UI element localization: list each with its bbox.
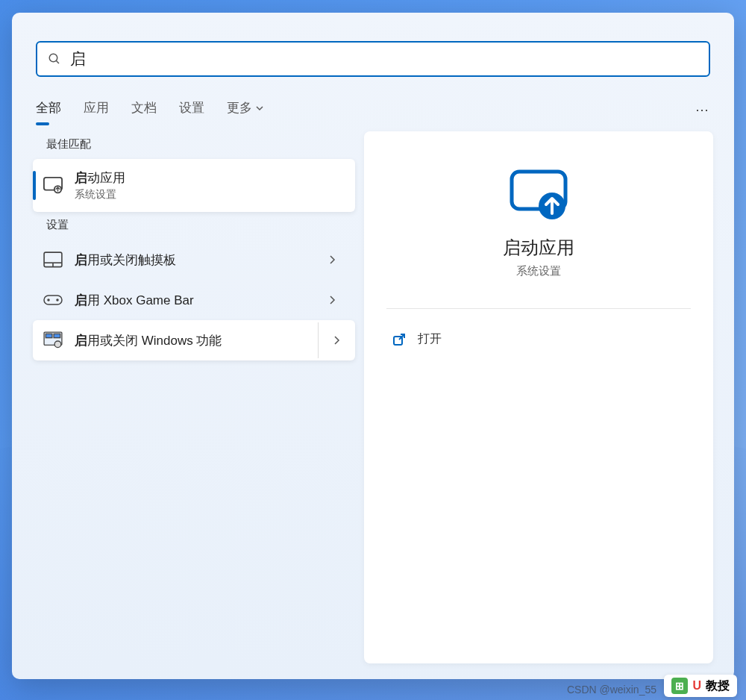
result-startup-apps[interactable]: 启动应用 系统设置 xyxy=(33,159,355,212)
chevron-down-icon xyxy=(255,104,264,113)
logo-badge: ⊞ U教授 xyxy=(664,675,737,697)
svg-point-8 xyxy=(48,299,49,301)
svg-line-1 xyxy=(56,60,59,63)
open-action[interactable]: 打开 xyxy=(386,324,691,354)
search-icon xyxy=(48,52,61,66)
results-panel: 最佳匹配 启动应用 系统设置 设置 xyxy=(33,131,355,663)
search-bar-container xyxy=(12,13,734,90)
settings-label: 设置 xyxy=(33,212,355,240)
tab-settings[interactable]: 设置 xyxy=(179,95,204,124)
tab-more[interactable]: 更多 xyxy=(227,95,264,124)
preview-subtitle: 系统设置 xyxy=(386,264,691,278)
logo-square-icon: ⊞ xyxy=(671,678,688,694)
preview-title: 启动应用 xyxy=(386,236,691,260)
tab-documents[interactable]: 文档 xyxy=(131,95,157,124)
open-label: 打开 xyxy=(418,331,442,347)
search-box[interactable] xyxy=(36,41,710,77)
svg-point-9 xyxy=(57,299,58,301)
svg-rect-12 xyxy=(54,334,60,337)
gamebar-icon xyxy=(43,290,63,310)
search-window: 全部 应用 文档 设置 更多 ⋯ 最佳匹配 启动应用 xyxy=(12,13,734,679)
chevron-right-icon[interactable] xyxy=(318,322,355,358)
tab-all[interactable]: 全部 xyxy=(36,95,61,124)
more-options-icon[interactable]: ⋯ xyxy=(695,101,710,118)
best-match-label: 最佳匹配 xyxy=(33,131,355,159)
result-title: 启用 Xbox Game Bar xyxy=(75,292,312,309)
preview-app-icon xyxy=(386,169,691,221)
result-title: 启动应用 xyxy=(75,169,342,187)
preview-panel: 启动应用 系统设置 打开 xyxy=(364,131,713,663)
result-touchpad[interactable]: 启用或关闭触摸板 xyxy=(33,240,355,280)
result-xbox-gamebar[interactable]: 启用 Xbox Game Bar xyxy=(33,280,355,320)
tab-apps[interactable]: 应用 xyxy=(84,95,109,124)
divider xyxy=(386,308,691,309)
result-title: 启用或关闭触摸板 xyxy=(75,251,312,269)
svg-rect-7 xyxy=(44,296,62,304)
svg-rect-11 xyxy=(46,334,52,337)
chevron-right-icon xyxy=(324,295,342,305)
open-external-icon xyxy=(392,333,406,346)
filter-tabs: 全部 应用 文档 设置 更多 ⋯ xyxy=(12,90,734,131)
chevron-right-icon xyxy=(324,254,342,265)
search-input[interactable] xyxy=(70,50,698,68)
result-subtitle: 系统设置 xyxy=(75,188,342,201)
svg-point-0 xyxy=(49,54,57,62)
result-windows-features[interactable]: 启用或关闭 Windows 功能 xyxy=(33,320,355,360)
monitor-up-icon xyxy=(43,176,63,196)
watermark-text: CSDN @weixin_55 xyxy=(567,684,656,696)
touchpad-icon xyxy=(43,250,63,269)
windows-features-icon xyxy=(43,331,63,350)
svg-point-13 xyxy=(54,341,61,348)
result-title: 启用或关闭 Windows 功能 xyxy=(75,332,306,349)
